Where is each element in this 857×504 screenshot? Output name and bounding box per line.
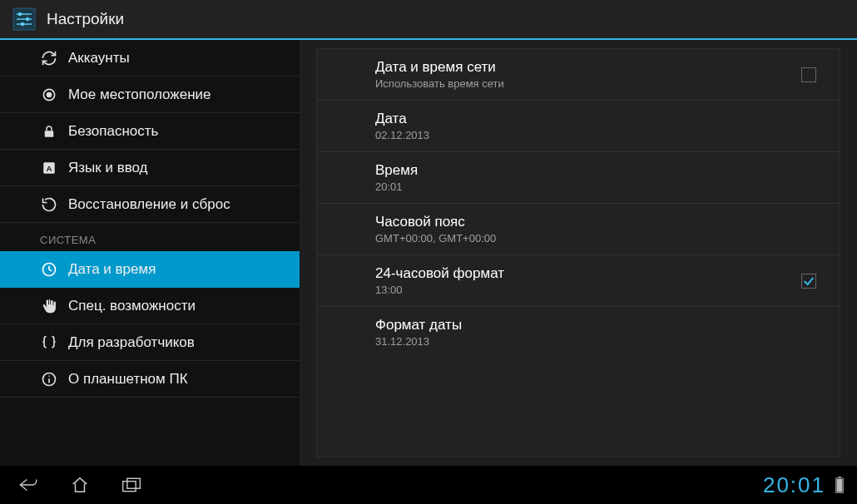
svg-rect-16 [123, 482, 136, 492]
nav-right[interactable]: 20:01 [763, 472, 844, 498]
battery-icon [835, 477, 844, 493]
location-icon [40, 86, 58, 104]
svg-rect-17 [127, 478, 140, 488]
row-title: 24-часовой формат [375, 265, 823, 282]
svg-point-5 [26, 17, 29, 21]
back-button[interactable] [17, 473, 40, 497]
svg-rect-9 [45, 131, 54, 137]
svg-text:A: A [46, 163, 52, 172]
sidebar-item-developer[interactable]: Для разработчиков [0, 324, 300, 361]
row-time[interactable]: Время 20:01 [317, 152, 840, 204]
settings-icon [10, 5, 38, 33]
row-title: Часовой пояс [375, 214, 823, 230]
sidebar-item-backup[interactable]: Восстановление и сброс [0, 186, 300, 223]
sidebar: Аккаунты Мое местоположение Безопас [0, 40, 300, 466]
header-title: Настройки [47, 10, 124, 28]
recent-apps-button[interactable] [120, 473, 143, 497]
checkbox-network-time[interactable] [801, 67, 816, 82]
checkbox-24hour[interactable] [801, 274, 816, 289]
info-icon [40, 370, 58, 388]
row-subtitle: 13:00 [375, 284, 823, 296]
row-date-format[interactable]: Формат даты 31.12.2013 [317, 307, 840, 358]
clock-icon [40, 260, 58, 279]
sidebar-item-datetime[interactable]: Дата и время [0, 251, 300, 288]
status-clock: 20:01 [763, 472, 825, 498]
row-subtitle: GMT+00:00, GMT+00:00 [375, 232, 823, 245]
sidebar-item-language[interactable]: A Язык и ввод [0, 150, 300, 186]
svg-point-4 [18, 12, 22, 16]
app-header: Настройки [0, 0, 857, 40]
nav-left [13, 473, 143, 497]
sidebar-item-label: О планшетном ПК [68, 371, 188, 388]
row-date[interactable]: Дата 02.12.2013 [317, 101, 840, 152]
sidebar-item-accounts[interactable]: Аккаунты [0, 40, 300, 77]
sidebar-item-accessibility[interactable]: Спец. возможности [0, 288, 300, 324]
sidebar-item-label: Восстановление и сброс [68, 196, 230, 213]
sidebar-item-location[interactable]: Мое местоположение [0, 77, 300, 113]
lock-icon [40, 122, 58, 141]
system-navbar: 20:01 [0, 466, 857, 504]
row-title: Дата и время сети [375, 59, 823, 76]
row-subtitle: 20:01 [375, 180, 823, 193]
row-24hour[interactable]: 24-часовой формат 13:00 [317, 255, 840, 307]
svg-point-6 [21, 22, 24, 26]
sync-icon [40, 49, 58, 67]
settings-panel: Дата и время сети Использовать время сет… [316, 48, 840, 457]
braces-icon [40, 334, 58, 352]
row-subtitle: 02.12.2013 [375, 129, 823, 141]
sidebar-item-label: Дата и время [68, 261, 156, 278]
row-title: Время [375, 162, 823, 179]
row-subtitle: Использовать время сети [375, 77, 823, 90]
sidebar-item-about[interactable]: О планшетном ПК [0, 361, 300, 398]
row-title: Формат даты [375, 317, 823, 334]
row-timezone[interactable]: Часовой пояс GMT+00:00, GMT+00:00 [317, 204, 840, 255]
row-subtitle: 31.12.2013 [375, 335, 823, 348]
sidebar-item-label: Безопасность [68, 123, 158, 140]
svg-point-15 [48, 375, 50, 377]
content-area: Дата и время сети Использовать время сет… [300, 40, 857, 466]
sidebar-item-label: Язык и ввод [68, 160, 148, 176]
svg-rect-20 [837, 479, 843, 492]
svg-point-8 [47, 92, 52, 96]
sidebar-item-label: Мое местоположение [68, 86, 211, 103]
sidebar-item-label: Для разработчиков [68, 334, 195, 351]
screen: Настройки Аккаунты Мо [0, 0, 857, 504]
body: Аккаунты Мое местоположение Безопас [0, 40, 857, 466]
sidebar-item-security[interactable]: Безопасность [0, 113, 300, 150]
sidebar-section-system: СИСТЕМА [0, 223, 300, 251]
row-title: Дата [375, 111, 823, 127]
home-button[interactable] [68, 473, 92, 497]
restore-icon [40, 195, 58, 214]
hand-icon [40, 297, 58, 315]
sidebar-item-label: Спец. возможности [68, 298, 196, 314]
sidebar-item-label: Аккаунты [68, 50, 130, 67]
language-icon: A [40, 159, 58, 177]
row-network-time[interactable]: Дата и время сети Использовать время сет… [317, 49, 840, 101]
